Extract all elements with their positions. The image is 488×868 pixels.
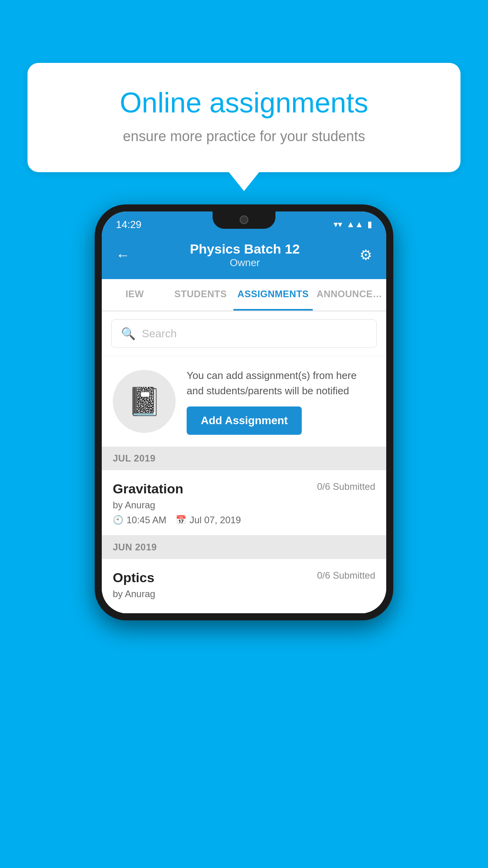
assignment-submitted-optics: 0/6 Submitted (317, 570, 375, 581)
add-assignment-button[interactable]: Add Assignment (187, 406, 302, 435)
speech-bubble-card: Online assignments ensure more practice … (28, 63, 460, 172)
search-icon: 🔍 (121, 327, 136, 340)
assignment-date-text: Jul 07, 2019 (189, 515, 241, 526)
phone-notch (213, 211, 275, 229)
section-jun-2019: JUN 2019 (102, 535, 386, 559)
tabs-bar: IEW STUDENTS ASSIGNMENTS ANNOUNCE… (102, 279, 386, 311)
status-icons: ▾▾ ▲▲ ▮ (334, 219, 372, 230)
tab-students[interactable]: STUDENTS (168, 279, 234, 311)
assignment-row-top-optics: Optics 0/6 Submitted (113, 570, 375, 585)
assignment-row-top: Gravitation 0/6 Submitted (113, 481, 375, 497)
tab-assignments[interactable]: ASSIGNMENTS (233, 279, 313, 311)
assignment-name-gravitation: Gravitation (113, 481, 183, 497)
tab-announcements[interactable]: ANNOUNCE… (313, 279, 386, 311)
signal-icon: ▲▲ (346, 219, 363, 230)
battery-icon: ▮ (367, 219, 372, 230)
assignment-date: 📅 Jul 07, 2019 (176, 515, 241, 526)
promo-text: You can add assignment(s) from here and … (187, 368, 375, 399)
assignment-meta-gravitation: 🕙 10:45 AM 📅 Jul 07, 2019 (113, 515, 375, 526)
speech-bubble-title: Online assignments (55, 86, 433, 119)
promo-icon-circle: 📓 (113, 370, 176, 433)
assignment-optics[interactable]: Optics 0/6 Submitted by Anurag (102, 559, 386, 613)
assignment-author-gravitation: by Anurag (113, 500, 375, 511)
clock-icon: 🕙 (113, 515, 123, 525)
promo-content: You can add assignment(s) from here and … (187, 368, 375, 435)
speech-bubble-subtitle: ensure more practice for your students (55, 128, 433, 145)
wifi-icon: ▾▾ (334, 219, 342, 230)
assignment-name-optics: Optics (113, 570, 154, 585)
assignment-time-text: 10:45 AM (127, 515, 166, 526)
status-time: 14:29 (116, 219, 141, 231)
section-jul-label: JUL 2019 (113, 453, 156, 463)
phone-outer: 14:29 ▾▾ ▲▲ ▮ ← Physics Batch 12 Owner ⚙… (95, 204, 393, 620)
notebook-icon: 📓 (127, 385, 161, 417)
assignment-author-optics: by Anurag (113, 588, 375, 600)
app-header: ← Physics Batch 12 Owner ⚙ (102, 234, 386, 279)
promo-section: 📓 You can add assignment(s) from here an… (102, 356, 386, 447)
phone-wrapper: 14:29 ▾▾ ▲▲ ▮ ← Physics Batch 12 Owner ⚙… (95, 204, 393, 620)
search-placeholder: Search (142, 327, 177, 340)
assignment-time: 🕙 10:45 AM (113, 515, 166, 526)
search-container: 🔍 Search (102, 311, 386, 356)
phone-screen: 14:29 ▾▾ ▲▲ ▮ ← Physics Batch 12 Owner ⚙… (102, 211, 386, 613)
phone-camera (240, 215, 248, 224)
section-jul-2019: JUL 2019 (102, 447, 386, 470)
tab-iew[interactable]: IEW (102, 279, 168, 311)
search-bar[interactable]: 🔍 Search (111, 319, 377, 348)
settings-button[interactable]: ⚙ (360, 247, 372, 263)
calendar-icon: 📅 (176, 515, 186, 525)
header-title: Physics Batch 12 (190, 241, 300, 257)
header-title-group: Physics Batch 12 Owner (190, 241, 300, 269)
header-subtitle: Owner (190, 257, 300, 269)
back-button[interactable]: ← (116, 247, 130, 263)
section-jun-label: JUN 2019 (113, 542, 157, 552)
assignment-gravitation[interactable]: Gravitation 0/6 Submitted by Anurag 🕙 10… (102, 470, 386, 535)
assignment-submitted-gravitation: 0/6 Submitted (317, 481, 375, 492)
